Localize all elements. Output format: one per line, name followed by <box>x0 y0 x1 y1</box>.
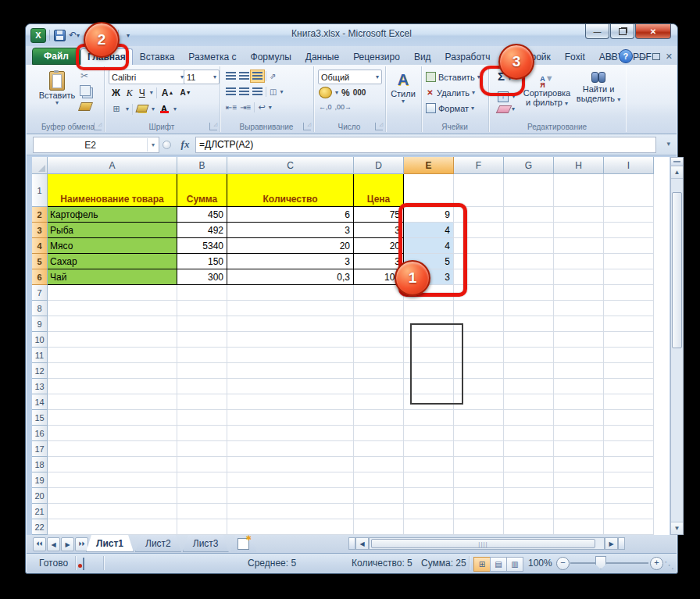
cell-I15[interactable] <box>604 410 654 426</box>
cell-A12[interactable] <box>48 363 177 379</box>
cell-F1[interactable] <box>454 174 504 207</box>
row-header-22[interactable]: 22 <box>32 519 48 535</box>
row-header-3[interactable]: 3 <box>32 223 48 238</box>
vscroll-thumb[interactable] <box>672 192 682 348</box>
cell-I9[interactable] <box>604 316 654 332</box>
page-layout-view-button[interactable]: ▤ <box>490 557 507 572</box>
cell-I10[interactable] <box>604 332 654 348</box>
cell-C6[interactable]: 0,3 <box>227 269 354 285</box>
cell-D10[interactable] <box>354 332 404 348</box>
increase-indent-button[interactable]: ⇥≡ <box>240 103 251 112</box>
cell-I2[interactable] <box>604 207 654 223</box>
column-header-C[interactable]: C <box>227 157 354 174</box>
cell-C19[interactable] <box>227 472 354 488</box>
next-sheet-button[interactable]: ▶ <box>61 537 74 551</box>
cell-I6[interactable] <box>604 269 654 285</box>
cell-D16[interactable] <box>354 426 404 441</box>
cell-C9[interactable] <box>227 316 354 332</box>
cell-A17[interactable] <box>48 441 177 457</box>
cell-H8[interactable] <box>554 301 604 316</box>
column-header-F[interactable]: F <box>454 157 504 174</box>
tab-файл[interactable]: Файл <box>32 48 80 65</box>
cell-A20[interactable] <box>48 488 177 504</box>
cell-B12[interactable] <box>177 363 227 379</box>
cell-A8[interactable] <box>48 301 177 316</box>
cell-G19[interactable] <box>504 472 554 488</box>
row-header-18[interactable]: 18 <box>32 457 48 472</box>
cell-H14[interactable] <box>554 394 604 410</box>
row-header-12[interactable]: 12 <box>32 363 48 379</box>
cell-E1[interactable] <box>404 174 454 207</box>
column-header-I[interactable]: I <box>604 157 654 174</box>
cell-C7[interactable] <box>227 285 354 301</box>
row-header-21[interactable]: 21 <box>32 504 48 519</box>
grow-font-button[interactable]: А▲ <box>160 87 176 99</box>
cell-A10[interactable] <box>48 332 177 348</box>
cell-B7[interactable] <box>177 285 227 301</box>
cell-I5[interactable] <box>604 254 654 269</box>
cell-H16[interactable] <box>554 426 604 441</box>
cell-B2[interactable]: 450 <box>177 207 227 223</box>
insert-cells-button[interactable]: Вставить ▾ <box>426 70 480 84</box>
cell-I7[interactable] <box>604 285 654 301</box>
cell-A5[interactable]: Сахар <box>48 254 177 269</box>
cell-D9[interactable] <box>354 316 404 332</box>
cell-F10[interactable] <box>454 332 504 348</box>
wrap-text-button[interactable]: ↩ <box>258 102 265 112</box>
chevron-down-icon[interactable]: ▾ <box>152 106 155 112</box>
cell-E9[interactable] <box>404 316 454 332</box>
align-middle-button[interactable] <box>239 72 249 80</box>
chevron-down-icon[interactable]: ▾ <box>269 105 272 111</box>
cell-E11[interactable] <box>404 348 454 363</box>
chevron-down-icon[interactable]: ▾ <box>147 138 159 152</box>
row-header-6[interactable]: 6 <box>32 269 48 285</box>
close-button[interactable]: ✕ <box>635 24 671 39</box>
tab-формулы[interactable]: Формулы <box>244 48 298 65</box>
cell-C22[interactable] <box>227 519 354 535</box>
cell-B13[interactable] <box>177 379 227 394</box>
cell-D3[interactable]: 3 <box>354 223 404 238</box>
cell-I16[interactable] <box>604 426 654 441</box>
cell-I19[interactable] <box>604 472 654 488</box>
cell-H18[interactable] <box>554 457 604 472</box>
cell-E22[interactable] <box>404 519 454 535</box>
cell-D4[interactable]: 20 <box>354 238 404 254</box>
row-header-20[interactable]: 20 <box>32 488 48 504</box>
cell-I13[interactable] <box>604 379 654 394</box>
cell-H4[interactable] <box>554 238 604 254</box>
cell-E10[interactable] <box>404 332 454 348</box>
shrink-font-button[interactable]: А▼ <box>178 87 192 99</box>
cell-H1[interactable] <box>554 174 604 207</box>
font-family-combo[interactable]: Calibri ▾ <box>109 70 187 84</box>
cell-I22[interactable] <box>604 519 654 535</box>
cell-E18[interactable] <box>404 457 454 472</box>
row-header-19[interactable]: 19 <box>32 472 48 488</box>
cell-A18[interactable] <box>48 457 177 472</box>
cell-D21[interactable] <box>354 504 404 519</box>
cell-H11[interactable] <box>554 348 604 363</box>
column-header-H[interactable]: H <box>554 157 604 174</box>
cell-H21[interactable] <box>554 504 604 519</box>
sheet-tab-лист3[interactable]: Лист3 <box>183 535 229 552</box>
formula-input[interactable]: =ДЛСТР(A2) <box>195 137 656 153</box>
cell-I17[interactable] <box>604 441 654 457</box>
hscroll-track[interactable]: |||| <box>369 537 605 550</box>
cell-G13[interactable] <box>504 379 554 394</box>
cell-D1[interactable]: Цена <box>354 174 404 207</box>
cell-C4[interactable]: 20 <box>227 238 354 254</box>
row-header-5[interactable]: 5 <box>32 254 48 269</box>
row-header-13[interactable]: 13 <box>32 379 48 394</box>
insert-function-button[interactable]: fx <box>177 137 194 152</box>
cell-F12[interactable] <box>454 363 504 379</box>
cell-F14[interactable] <box>454 394 504 410</box>
cell-H15[interactable] <box>554 410 604 426</box>
cell-H13[interactable] <box>554 379 604 394</box>
cell-E17[interactable] <box>404 441 454 457</box>
row-header-7[interactable]: 7 <box>32 285 48 301</box>
minimize-button[interactable]: — <box>585 24 609 39</box>
borders-button[interactable]: ⊞ <box>110 103 123 115</box>
cell-H3[interactable] <box>554 223 604 238</box>
split-handle[interactable] <box>618 537 625 550</box>
cell-A14[interactable] <box>48 394 177 410</box>
cell-G18[interactable] <box>504 457 554 472</box>
